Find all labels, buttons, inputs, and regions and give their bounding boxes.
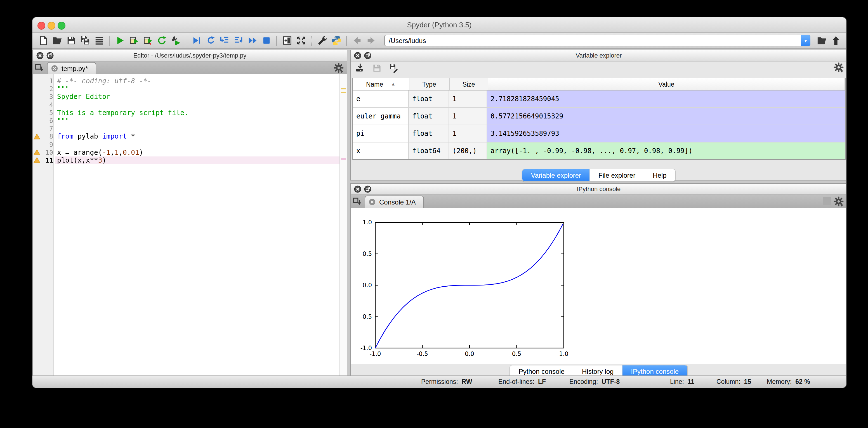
run-cell-icon[interactable] [127,34,140,47]
working-directory-value: /Users/ludus [385,37,801,44]
continue-icon[interactable] [246,34,258,47]
browse-tabs-icon[interactable] [352,196,364,207]
editor-options-gear-icon[interactable] [333,63,344,74]
new-file-icon[interactable] [37,34,49,47]
code-line-6[interactable]: 6""" [33,117,339,125]
save-icon[interactable] [65,34,77,47]
console-tab[interactable]: Console 1/A [365,196,424,208]
maximize-pane-icon[interactable] [281,34,293,47]
preferences-wrench-icon[interactable] [316,34,328,47]
code-line-1[interactable]: 1# -*- coding: utf-8 -*- [33,77,339,85]
code-line-3[interactable]: 3Spyder Editor [33,93,339,101]
column-header-name[interactable]: Name▲ [353,78,409,90]
up-dir-icon[interactable] [829,34,842,47]
fullscreen-icon[interactable] [295,34,307,47]
working-directory-combobox[interactable]: /Users/ludus▾ [384,35,810,46]
status-encoding: Encoding: UTF-8 [569,378,620,385]
tab-file-explorer[interactable]: File explorer [590,169,644,181]
variable-name: e [353,91,409,107]
toolbar-separator [311,35,312,45]
variable-row-x[interactable]: xfloat64(200,)array([-1. , -0.99, -0.98,… [353,142,845,159]
code-text [55,140,339,149]
code-editor[interactable]: 1# -*- coding: utf-8 -*-2"""3Spyder Edit… [33,74,347,376]
python-logo-icon[interactable] [330,34,342,47]
variable-row-e[interactable]: efloat12.718281828459045 [353,91,845,108]
debug-step-icon[interactable] [204,34,216,47]
code-line-10[interactable]: 10x = arange(-1,1,0.01) [33,149,339,156]
warning-triangle-icon [33,133,41,140]
svg-text:-0.5: -0.5 [417,351,428,357]
browse-tabs-icon[interactable] [35,63,46,74]
line-number: 11 [41,157,55,164]
status-memory: Memory: 62 % [767,378,810,385]
save-data-icon[interactable] [371,62,383,74]
save-all-icon[interactable] [79,34,91,47]
step-into-icon[interactable] [218,34,230,47]
tab-help[interactable]: Help [644,169,675,181]
variable-value: 3.141592653589793 [487,125,845,142]
console-tab-label: Console 1/A [379,198,416,206]
window-title: Spyder (Python 3.5) [32,21,846,29]
variable-type: float [409,125,449,142]
status-column: Column: 15 [716,378,751,385]
import-data-icon[interactable] [354,62,366,74]
close-tab-icon[interactable] [369,198,376,206]
tab-variable-explorer[interactable]: Variable explorer [522,169,590,181]
editor-panel-header: Editor - /Users/ludus/.spyder-py3/temp.p… [33,50,347,62]
scroll-flag-area [339,74,347,376]
code-text: This is a temporary script file. [55,109,339,117]
svg-text:1.0: 1.0 [559,351,568,357]
sort-ascending-icon: ▲ [391,81,395,87]
title-bar: Spyder (Python 3.5) [32,17,846,33]
code-lines: 1# -*- coding: utf-8 -*-2"""3Spyder Edit… [33,77,339,164]
code-text: x = arange(-1,1,0.01) [55,149,339,156]
column-header-value[interactable]: Value [488,78,845,90]
run-cell-advance-icon[interactable] [142,34,154,47]
save-data-as-icon[interactable] [388,62,400,74]
nav-back-icon[interactable] [351,34,363,47]
line-number: 7 [41,125,55,132]
toolbar-separator [109,35,110,45]
code-text: plot(x,x**3) [55,157,339,164]
line-number: 10 [41,149,55,156]
toolbar-separator [186,35,186,45]
debug-icon[interactable] [190,34,203,47]
step-out-icon[interactable] [232,34,244,47]
stop-icon[interactable] [260,34,272,47]
variable-row-pi[interactable]: pifloat13.141592653589793 [353,125,845,142]
chevron-down-icon[interactable]: ▾ [801,35,810,46]
variable-row-euler_gamma[interactable]: euler_gammafloat10.5772156649015329 [353,108,845,125]
code-line-2[interactable]: 2""" [33,85,339,93]
column-header-size[interactable]: Size [450,78,488,90]
code-line-5[interactable]: 5This is a temporary script file. [33,109,339,117]
variable-value: 2.718281828459045 [487,91,845,107]
warning-triangle-icon [33,157,41,164]
code-line-8[interactable]: 8from pylab import * [33,133,339,140]
status-permissions: Permissions: RW [421,378,472,385]
variable-value: array([-1. , -0.99, -0.98, ..., 0.97, 0.… [487,142,845,159]
code-line-9[interactable]: 9 [33,140,339,149]
nav-forward-icon[interactable] [365,34,377,47]
code-line-11[interactable]: 11plot(x,x**3) [33,157,339,164]
line-number: 6 [41,117,55,125]
console-output[interactable]: -1.0-0.50.00.51.0-1.0-0.50.00.51.0 [351,208,846,364]
variable-name: x [353,142,409,159]
warning-triangle-icon [33,149,41,156]
variable-explorer-options-gear-icon[interactable] [833,62,844,73]
column-header-type[interactable]: Type [409,78,450,90]
open-dir-icon[interactable] [815,34,828,47]
file-switcher-icon[interactable] [93,34,105,47]
rerun-icon[interactable] [155,34,168,47]
code-line-7[interactable]: 7 [33,125,339,132]
open-folder-icon[interactable] [51,34,63,47]
close-tab-icon[interactable] [51,65,58,72]
run-selection-icon[interactable] [169,34,182,47]
ipython-console-panel: IPython console Console 1/A -1.0-0.50.00… [350,183,847,376]
svg-text:0.0: 0.0 [465,351,474,357]
console-options-gear-icon[interactable] [833,196,844,207]
line-number: 8 [41,133,55,140]
editor-tab-temp-py[interactable]: temp.py* [47,62,96,74]
code-line-4[interactable]: 4 [33,101,339,109]
run-icon[interactable] [114,34,126,47]
toolbar-separator [276,35,277,45]
